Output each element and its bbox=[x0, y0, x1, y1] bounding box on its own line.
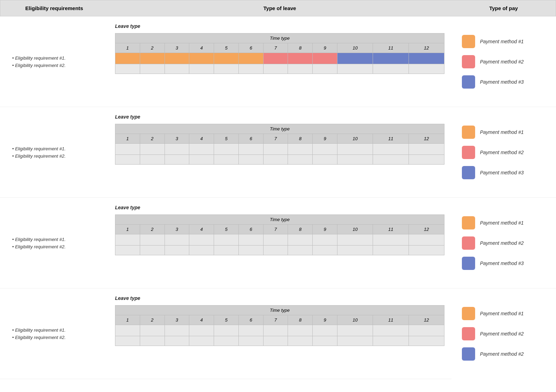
table-cell-empty bbox=[189, 246, 214, 255]
time-type-header: Time type bbox=[115, 33, 444, 43]
column-header: 1 bbox=[115, 134, 140, 144]
payment-label: Payment method #1 bbox=[480, 311, 524, 316]
eligibility-section-3: • Eligibility requirement #1.• Eligibili… bbox=[0, 198, 108, 288]
eligibility-section-4: • Eligibility requirement #1.• Eligibili… bbox=[0, 288, 108, 379]
payment-item: Payment method #1 bbox=[462, 307, 549, 320]
payment-swatch bbox=[462, 216, 475, 229]
time-type-header: Time type bbox=[115, 124, 444, 134]
payment-item: Payment method #2 bbox=[462, 236, 549, 250]
payment-swatch bbox=[462, 35, 475, 48]
table-cell-empty bbox=[409, 155, 444, 165]
table-cell bbox=[189, 325, 214, 336]
column-header: 3 bbox=[165, 225, 189, 234]
column-header: 5 bbox=[214, 43, 239, 53]
table-cell-empty bbox=[337, 64, 373, 74]
table-cell bbox=[409, 144, 444, 155]
leave-type-label: Leave type bbox=[115, 114, 444, 120]
page-layout: Eligibility requirements Type of leave T… bbox=[0, 0, 556, 379]
table-cell-empty bbox=[238, 155, 263, 165]
table-cell bbox=[115, 53, 140, 64]
payment-item: Payment method #1 bbox=[462, 126, 549, 139]
table-cell bbox=[115, 234, 140, 246]
time-table: Time type123456789101112 bbox=[115, 305, 444, 346]
table-cell bbox=[165, 144, 189, 155]
column-header: 10 bbox=[337, 134, 373, 144]
table-cell-empty bbox=[238, 336, 263, 346]
table-cell-empty bbox=[373, 64, 409, 74]
column-header: 1 bbox=[115, 225, 140, 234]
table-cell-empty bbox=[373, 155, 409, 165]
column-header: 6 bbox=[238, 134, 263, 144]
table-cell bbox=[165, 325, 189, 336]
table-cell-empty bbox=[115, 64, 140, 74]
table-cell bbox=[115, 325, 140, 336]
table-cell bbox=[373, 53, 409, 64]
eligibility-item: • Eligibility requirement #1. bbox=[10, 146, 101, 151]
column-header: 2 bbox=[140, 225, 165, 234]
table-cell-empty bbox=[140, 336, 165, 346]
payment-swatch bbox=[462, 307, 475, 320]
column-header: 7 bbox=[263, 134, 288, 144]
payment-swatch bbox=[462, 236, 475, 250]
eligibility-item: • Eligibility requirement #1. bbox=[10, 237, 101, 242]
payment-label: Payment method #1 bbox=[480, 220, 524, 226]
table-cell bbox=[140, 234, 165, 246]
payment-label: Payment method #3 bbox=[480, 79, 524, 85]
column-header: 11 bbox=[373, 315, 409, 325]
payment-label: Payment method #2 bbox=[480, 59, 524, 65]
payment-section-4: Payment method #1Payment method #2Paymen… bbox=[451, 288, 556, 379]
payment-label: Payment method #2 bbox=[480, 351, 524, 357]
table-cell-empty bbox=[238, 246, 263, 255]
table-cell bbox=[115, 144, 140, 155]
leave-section-4: Leave typeTime type123456789101112 bbox=[108, 288, 451, 379]
table-cell bbox=[409, 234, 444, 246]
column-header: 7 bbox=[263, 315, 288, 325]
table-cell bbox=[263, 325, 288, 336]
column-header: 4 bbox=[189, 43, 214, 53]
payment-swatch bbox=[462, 257, 475, 270]
table-cell bbox=[238, 53, 263, 64]
payment-label: Payment method #2 bbox=[480, 331, 524, 337]
table-cell-empty bbox=[115, 246, 140, 255]
table-cell bbox=[409, 325, 444, 336]
column-header: 7 bbox=[263, 43, 288, 53]
column-header: 10 bbox=[337, 43, 373, 53]
payment-label: Payment method #2 bbox=[480, 150, 524, 155]
table-cell-empty bbox=[288, 64, 313, 74]
table-cell bbox=[140, 53, 165, 64]
table-cell bbox=[337, 325, 373, 336]
table-cell-empty bbox=[165, 336, 189, 346]
eligibility-item: • Eligibility requirement #1. bbox=[10, 55, 101, 61]
table-cell-empty bbox=[140, 246, 165, 255]
table-cell bbox=[337, 234, 373, 246]
column-header: 4 bbox=[189, 225, 214, 234]
header-pay: Type of pay bbox=[451, 0, 556, 16]
header-leave: Type of leave bbox=[108, 0, 451, 16]
table-cell bbox=[189, 234, 214, 246]
table-cell-empty bbox=[214, 246, 239, 255]
table-row-empty bbox=[115, 155, 444, 165]
eligibility-section-2: • Eligibility requirement #1.• Eligibili… bbox=[0, 107, 108, 198]
table-cell-empty bbox=[288, 155, 313, 165]
column-header: 8 bbox=[288, 134, 313, 144]
column-header: 11 bbox=[373, 134, 409, 144]
table-cell bbox=[214, 234, 239, 246]
payment-swatch bbox=[462, 146, 475, 159]
column-header: 8 bbox=[288, 43, 313, 53]
eligibility-section-1: • Eligibility requirement #1.• Eligibili… bbox=[0, 16, 108, 107]
column-header: 4 bbox=[189, 134, 214, 144]
column-header: 2 bbox=[140, 315, 165, 325]
column-header: 7 bbox=[263, 225, 288, 234]
table-cell bbox=[140, 325, 165, 336]
table-cell bbox=[165, 53, 189, 64]
table-cell bbox=[214, 53, 239, 64]
payment-section-1: Payment method #1Payment method #2Paymen… bbox=[451, 16, 556, 107]
leave-type-label: Leave type bbox=[115, 23, 444, 29]
column-header: 8 bbox=[288, 225, 313, 234]
payment-item: Payment method #3 bbox=[462, 75, 549, 89]
table-cell-empty bbox=[313, 64, 337, 74]
table-cell bbox=[165, 234, 189, 246]
table-cell-empty bbox=[115, 155, 140, 165]
column-header: 12 bbox=[409, 315, 444, 325]
payment-item: Payment method #2 bbox=[462, 146, 549, 159]
